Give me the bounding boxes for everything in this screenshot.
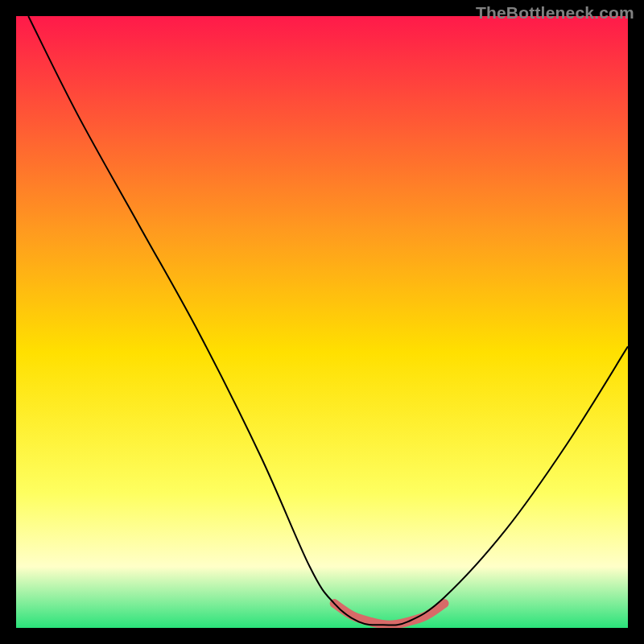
watermark-text: TheBottleneck.com <box>476 3 634 23</box>
plot-area <box>16 16 628 628</box>
chart-svg <box>16 16 628 628</box>
gradient-background <box>16 16 628 628</box>
bottleneck-chart: TheBottleneck.com <box>0 0 644 644</box>
